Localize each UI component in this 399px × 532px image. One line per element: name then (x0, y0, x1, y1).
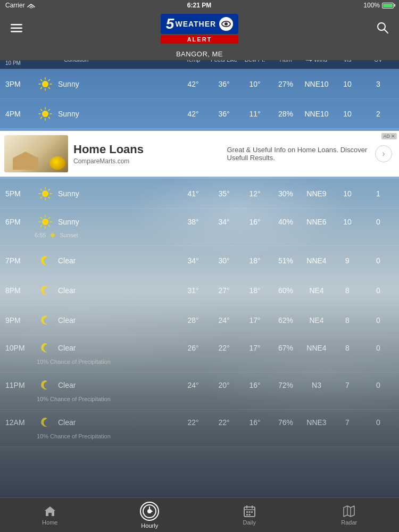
table-row: 5PM Sunny 41° 35° 12° 30% NNE9 10 1 (0, 179, 399, 209)
precip-subrow: 10% Chance of Precipitation (5, 359, 394, 365)
row-vis: 8 (332, 316, 363, 325)
svg-line-21 (41, 109, 42, 110)
table-row: 9PM Clear 28° 24° 17° 62% NE4 8 0 (0, 305, 399, 335)
svg-line-30 (41, 189, 42, 190)
row-temp: 26° (178, 344, 209, 352)
ad-title: Home Loans (73, 143, 219, 156)
search-button[interactable] (374, 19, 391, 39)
ad-arrow-button[interactable]: › (375, 145, 392, 162)
sunset-icon (49, 231, 56, 239)
row-feels: 36° (209, 80, 239, 88)
svg-line-39 (41, 217, 42, 218)
nav-radar[interactable]: Radar (300, 501, 400, 530)
sun-icon (38, 107, 52, 121)
svg-line-32 (48, 189, 49, 190)
row-condition: Clear (56, 381, 178, 389)
hourly-clock-icon (140, 502, 159, 521)
row-condition: Sunny (56, 110, 178, 118)
ad-content: Home Loans CompareMarts.com (68, 143, 225, 165)
row-time: 12AM (5, 418, 35, 427)
svg-rect-57 (248, 511, 250, 513)
svg-point-34 (42, 219, 48, 225)
row-dew: 16° (239, 381, 270, 389)
row-dew: 16° (239, 218, 270, 226)
svg-point-43 (51, 234, 55, 237)
row-temp: 24° (178, 381, 209, 389)
row-feels: 36° (209, 110, 239, 118)
row-dew: 11° (239, 110, 270, 118)
wifi-icon (27, 3, 35, 9)
table-row: 11PM Clear 24° 20° 16° 72% N3 7 0 10% Ch… (0, 372, 399, 410)
table-row: 3PM Sunny 42° 36° 10° 27% NNE10 1 (0, 69, 399, 99)
logo-5: 5 (166, 16, 174, 31)
row-hum: 28% (270, 110, 301, 118)
row-icon (35, 285, 56, 296)
table-row: 4PM Sunny 42° 36° 11° 28% NNE10 10 2 (0, 99, 399, 129)
row-time: 8PM (5, 286, 35, 295)
location-display: BANGOR, ME (0, 48, 399, 60)
row-hum: 67% (270, 344, 301, 352)
alert-bar: ALERT (161, 35, 238, 44)
row-uv: 2 (363, 110, 394, 118)
battery-icon (382, 3, 394, 9)
moon-icon (39, 342, 51, 354)
row-dew: 17° (239, 344, 270, 352)
svg-point-7 (42, 81, 48, 87)
ad-house (10, 148, 41, 170)
ad-banner[interactable]: Home Loans CompareMarts.com Great & Usef… (0, 131, 399, 177)
row-feels: 34° (209, 218, 239, 226)
ad-description: Great & Useful Info on Home Loans. Disco… (225, 146, 376, 162)
status-right: 100% (363, 2, 394, 9)
row-uv: 0 (363, 316, 394, 325)
table-row: 8PM Clear 31° 27° 18° 60% NE4 8 0 (0, 276, 399, 305)
svg-line-31 (48, 197, 49, 198)
row-icon (35, 187, 56, 201)
row-condition: Sunny (56, 80, 178, 88)
row-uv: 3 (363, 80, 394, 88)
nav-home[interactable]: Home (0, 501, 100, 530)
map-icon (343, 505, 355, 518)
row-condition: Clear (56, 256, 178, 265)
row-dew: 10° (239, 80, 270, 88)
nav-hourly-label: Hourly (141, 522, 158, 529)
row-temp: 31° (178, 286, 209, 295)
scroll-content[interactable]: TUE 10 PM Condition Temp Feels Like Dew … (0, 51, 399, 497)
row-condition: Sunny (56, 218, 178, 226)
sun-icon (38, 187, 52, 201)
svg-line-23 (48, 109, 49, 110)
row-wind: NNE4 (301, 344, 332, 352)
nav-radar-label: Radar (341, 519, 357, 526)
ad-badge: AD✕ (381, 133, 397, 139)
row-feels: 22° (209, 344, 239, 352)
row-hum: 72% (270, 381, 301, 389)
row-dew: 18° (239, 256, 270, 265)
ad-site: CompareMarts.com (73, 157, 219, 165)
nav-daily[interactable]: Daily (200, 501, 300, 530)
row-temp: 28° (178, 316, 209, 325)
svg-line-41 (48, 217, 49, 218)
row-icon (35, 342, 56, 354)
svg-line-13 (48, 87, 49, 88)
row-dew: 17° (239, 316, 270, 325)
nav-home-label: Home (42, 519, 57, 526)
svg-line-24 (41, 117, 42, 118)
row-icon (35, 77, 56, 91)
row-hum: 60% (270, 286, 301, 295)
hamburger-icon (11, 24, 22, 32)
menu-button[interactable] (8, 20, 25, 38)
row-vis: 10 (332, 80, 363, 88)
row-uv: 0 (363, 256, 394, 265)
row-time: 5PM (5, 189, 35, 198)
nav-daily-label: Daily (243, 519, 256, 526)
svg-rect-56 (246, 511, 248, 513)
calendar-icon (243, 505, 256, 518)
nav-hourly[interactable]: Hourly (100, 497, 200, 533)
row-uv: 0 (363, 381, 394, 389)
row-uv: 0 (363, 218, 394, 226)
bottom-nav: Home Hourly Daily (0, 497, 399, 532)
row-vis: 10 (332, 189, 363, 198)
row-wind: NNE6 (301, 218, 332, 226)
carrier-label: Carrier (5, 2, 25, 9)
logo-weather: WEATHER (175, 20, 216, 28)
svg-line-40 (48, 225, 49, 226)
